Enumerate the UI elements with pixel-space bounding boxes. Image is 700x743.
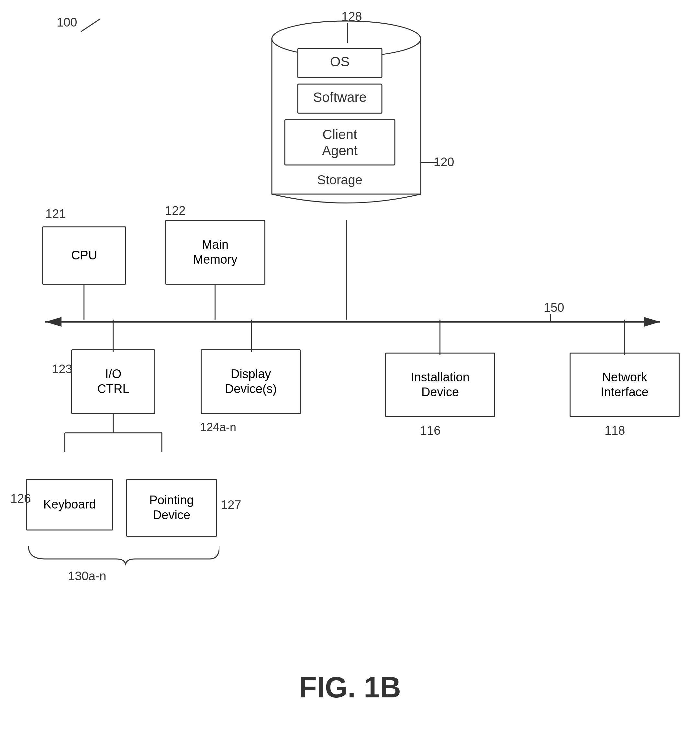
ref-121: 121: [45, 207, 66, 221]
installation-device-box: Installation Device: [385, 352, 495, 417]
cpu-bus-line: [83, 285, 85, 320]
ref-128-line: [347, 23, 348, 43]
ref-120-line: [421, 162, 437, 163]
svg-marker-12: [45, 317, 61, 327]
bus-arrow: [26, 317, 679, 327]
svg-text:Storage: Storage: [317, 173, 362, 187]
main-memory-box: Main Memory: [165, 220, 265, 285]
network-interface-label: Network Interface: [601, 370, 648, 400]
ref-116: 116: [420, 424, 440, 438]
ref-150-line: [550, 314, 551, 321]
pointing-device-label: Pointing Device: [149, 493, 194, 522]
diagram: 100 OS Software Client Agent: [0, 0, 700, 743]
display-device-label: Display Device(s): [225, 367, 277, 396]
ref-100-arrow: [78, 16, 104, 35]
ref-150: 150: [544, 301, 564, 315]
io-connections: [45, 413, 181, 484]
svg-text:Agent: Agent: [322, 143, 357, 158]
io-ctrl-label: I/O CTRL: [97, 367, 129, 396]
network-interface-box: Network Interface: [569, 352, 679, 417]
cylinder-svg: OS Software Client Agent Storage: [265, 19, 427, 220]
svg-marker-13: [644, 317, 660, 327]
curly-brace: [25, 540, 219, 565]
storage-cylinder: OS Software Client Agent Storage: [265, 19, 427, 221]
cpu-box: CPU: [42, 226, 126, 285]
ref-118: 118: [605, 424, 625, 438]
cpu-label: CPU: [71, 248, 97, 263]
main-memory-label: Main Memory: [193, 237, 237, 267]
svg-line-0: [81, 19, 100, 32]
io-ctrl-box: I/O CTRL: [71, 349, 155, 414]
svg-text:Client: Client: [322, 127, 357, 142]
figure-label: FIG. 1B: [299, 671, 401, 704]
ref-124: 124a-n: [200, 420, 236, 434]
ref-123: 123: [52, 362, 72, 376]
ref-130: 130a-n: [68, 569, 106, 583]
installation-device-label: Installation Device: [411, 370, 470, 400]
svg-text:OS: OS: [330, 54, 350, 69]
memory-bus-line: [215, 285, 215, 320]
display-device-box: Display Device(s): [201, 349, 301, 414]
keyboard-label: Keyboard: [43, 497, 96, 512]
network-bus-line: [624, 320, 625, 355]
install-bus-line: [439, 320, 440, 355]
ref-100: 100: [56, 16, 77, 30]
ref-127: 127: [221, 498, 241, 512]
ref-122: 122: [165, 204, 185, 218]
svg-rect-7: [285, 120, 395, 165]
svg-text:Software: Software: [313, 90, 367, 105]
keyboard-box: Keyboard: [26, 479, 113, 530]
ref-126: 126: [10, 492, 31, 506]
storage-bus-line: [346, 220, 347, 320]
ref-128: 128: [341, 10, 362, 24]
io-bus-line: [113, 320, 114, 352]
display-bus-line: [251, 320, 252, 352]
pointing-device-box: Pointing Device: [126, 479, 217, 537]
